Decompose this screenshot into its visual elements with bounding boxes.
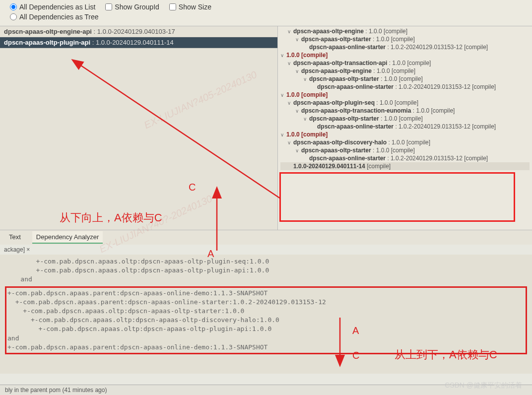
console-line: +-com.pab.dpscn.apaas.oltp:dpscn-apaas-o… — [5, 257, 527, 266]
console-line: +-com.pab.dpscn.apaas.oltp:dpscn-apaas-o… — [7, 307, 525, 316]
tree-node[interactable]: ∨dpscn-apaas-oltp-engine : 1.0.0 [compil… — [280, 67, 530, 75]
console-line: +-com.pab.dpscn.apaas.oltp:dpscn-apaas-o… — [7, 316, 525, 325]
chevron-down-icon[interactable]: ∨ — [303, 76, 309, 82]
radio-all-tree-label: All Dependencies as Tree — [19, 13, 99, 21]
left-dependency-list[interactable]: dpscn-apaas-oltp-engine-api : 1.0.0-2024… — [0, 26, 278, 230]
tree-meta: : 1.0.0 [compile] — [379, 75, 423, 82]
tree-artifact: dpscn-apaas-online-starter — [317, 123, 394, 130]
tree-node[interactable]: dpscn-apaas-online-starter : 1.0.2-20240… — [280, 154, 530, 162]
chevron-down-icon[interactable]: ∨ — [280, 92, 286, 98]
chevron-down-icon[interactable]: ∨ — [287, 61, 293, 66]
artifact-version: : 1.0.0-20240129.040103-17 — [92, 28, 175, 35]
radio-all-tree-input[interactable] — [10, 13, 17, 20]
tree-node[interactable]: ∨dpscn-apaas-oltp-engine : 1.0.0 [compil… — [280, 27, 530, 35]
tree-artifact: dpscn-apaas-oltp-starter — [301, 36, 371, 43]
tree-node[interactable]: ∨dpscn-apaas-oltp-starter : 1.0.0 [compi… — [280, 75, 530, 83]
toolbar: All Dependencies as List Show GroupId Sh… — [0, 0, 532, 26]
dependency-list-item[interactable]: dpscn-apaas-oltp-engine-api : 1.0.0-2024… — [0, 26, 277, 37]
tree-node[interactable]: ∨1.0.0 [compile] — [280, 91, 530, 99]
tree-artifact: dpscn-apaas-oltp-plugin-seq — [293, 99, 375, 106]
chevron-down-icon[interactable]: ∨ — [295, 108, 301, 114]
tree-meta: : 1.0.0 [compile] — [375, 99, 418, 106]
console-output[interactable]: +-com.pab.dpscn.apaas.oltp:dpscn-apaas-o… — [0, 255, 532, 374]
check-groupid-label: Show GroupId — [115, 3, 159, 11]
tree-artifact: dpscn-apaas-oltp-transaction-eunomia — [301, 107, 411, 114]
radio-all-list[interactable]: All Dependencies as List — [10, 3, 95, 11]
tree-meta: : 1.0.0 [compile] — [371, 147, 415, 154]
tree-artifact: dpscn-apaas-oltp-starter — [301, 147, 371, 154]
tab-dependency-analyzer[interactable]: Dependency Analyzer — [32, 231, 103, 244]
tree-node[interactable]: dpscn-apaas-online-starter : 1.0.2-20240… — [280, 43, 530, 51]
tree-artifact: 1.0.0 [compile] — [286, 91, 328, 98]
tree-meta: : 1.0.0 [compile] — [372, 67, 415, 74]
console-line: +-com.pab.dpscn.apaas.parent:dpscn-apaas… — [7, 343, 525, 352]
check-size-label: Show Size — [179, 3, 211, 11]
chevron-down-icon[interactable]: ∨ — [295, 148, 301, 153]
tree-meta: : 1.0.0 [compile] — [387, 139, 430, 146]
tree-artifact: dpscn-apaas-oltp-starter — [309, 115, 379, 122]
radio-all-list-input[interactable] — [10, 3, 17, 10]
check-size-input[interactable] — [169, 3, 176, 10]
tree-node[interactable]: ∨dpscn-apaas-oltp-transaction-api : 1.0.… — [280, 59, 530, 67]
radio-all-tree[interactable]: All Dependencies as Tree — [10, 13, 99, 21]
check-groupid-input[interactable] — [105, 3, 112, 10]
tree-node[interactable]: ∨1.0.0 [compile] — [280, 131, 530, 138]
annotation-red-box-tree — [279, 172, 515, 222]
watermark-csdn: CSDN @健康平安的活着 — [445, 381, 522, 390]
tree-artifact: dpscn-apaas-oltp-engine — [293, 28, 364, 35]
tree-meta: : 1.0.2-20240129.013153-12 [compile] — [386, 155, 488, 162]
tree-meta: : 1.0.0 [compile] — [364, 28, 407, 35]
console-line: +-com.pab.dpscn.apaas.parent:dpscn-apaas… — [7, 298, 525, 307]
tree-meta: : 1.0.0 [compile] — [371, 36, 415, 43]
tree-meta: : 1.0.0 [compile] — [387, 60, 431, 66]
console-line: and — [5, 275, 527, 284]
right-dependency-tree[interactable]: ∨dpscn-apaas-oltp-engine : 1.0.0 [compil… — [278, 26, 532, 230]
tree-node[interactable]: ∨dpscn-apaas-oltp-plugin-seq : 1.0.0 [co… — [280, 99, 530, 107]
chevron-down-icon[interactable]: ∨ — [287, 29, 293, 34]
tab-text[interactable]: Text — [5, 231, 25, 244]
chevron-down-icon[interactable]: ∨ — [303, 116, 309, 122]
tree-node[interactable]: dpscn-apaas-online-starter : 1.0.2-20240… — [280, 83, 530, 91]
tree-artifact: 1.0.0 [compile] — [286, 52, 328, 59]
console-line: +-com.pab.dpscn.apaas.oltp:dpscn-apaas-o… — [7, 325, 525, 333]
tree-node[interactable]: 1.0.0-20240129.040111-14 [compile] — [280, 162, 530, 170]
tree-artifact: dpscn-apaas-online-starter — [309, 44, 386, 51]
artifact-version: : 1.0.0-20240129.040111-14 — [90, 39, 174, 46]
chevron-down-icon[interactable]: ∨ — [295, 68, 301, 74]
check-groupid[interactable]: Show GroupId — [105, 3, 159, 11]
tree-node[interactable]: dpscn-apaas-online-starter : 1.0.2-20240… — [280, 123, 530, 131]
tree-artifact: dpscn-apaas-oltp-engine — [301, 67, 372, 74]
tree-artifact: dpscn-apaas-oltp-transaction-api — [293, 60, 387, 66]
console-line: and — [7, 334, 525, 343]
tree-artifact: 1.0.0 [compile] — [286, 131, 328, 138]
tree-node[interactable]: ∨dpscn-apaas-oltp-transaction-eunomia : … — [280, 107, 530, 115]
bottom-tabs: Text Dependency Analyzer — [0, 230, 532, 245]
tree-meta: [compile] — [365, 163, 391, 170]
tree-artifact: 1.0.0-20240129.040111-14 — [293, 163, 365, 170]
tree-meta: : 1.0.0 [compile] — [411, 107, 455, 114]
chevron-down-icon[interactable]: ∨ — [280, 53, 286, 58]
tree-artifact: dpscn-apaas-oltp-discovery-halo — [293, 139, 387, 146]
tree-node[interactable]: ∨dpscn-apaas-oltp-starter : 1.0.0 [compi… — [280, 146, 530, 154]
console-line: +-com.pab.dpscn.apaas.oltp:dpscn-apaas-o… — [5, 266, 527, 275]
chevron-down-icon[interactable]: ∨ — [280, 132, 286, 137]
tree-artifact: dpscn-apaas-oltp-starter — [309, 75, 379, 82]
tree-artifact: dpscn-apaas-online-starter — [317, 83, 394, 90]
tree-node[interactable]: ∨dpscn-apaas-oltp-discovery-halo : 1.0.0… — [280, 138, 530, 146]
tree-meta: : 1.0.2-20240129.013153-12 [compile] — [394, 123, 496, 130]
console-line: +-com.pab.dpscn.apaas.parent:dpscn-apaas… — [7, 289, 525, 298]
chevron-down-icon[interactable]: ∨ — [295, 37, 301, 42]
tree-node[interactable]: ∨dpscn-apaas-oltp-starter : 1.0.0 [compi… — [280, 115, 530, 123]
package-tab[interactable]: ackage] × — [0, 245, 532, 255]
chevron-down-icon[interactable]: ∨ — [287, 140, 293, 145]
artifact-name: dpscn-apaas-oltp-plugin-api — [4, 39, 90, 46]
tree-node[interactable]: ∨1.0.0 [compile] — [280, 51, 530, 59]
tree-artifact: dpscn-apaas-online-starter — [309, 155, 386, 162]
dependency-list-item[interactable]: dpscn-apaas-oltp-plugin-api : 1.0.0-2024… — [0, 37, 277, 48]
chevron-down-icon[interactable]: ∨ — [287, 100, 293, 106]
check-size[interactable]: Show Size — [169, 3, 211, 11]
tree-node[interactable]: ∨dpscn-apaas-oltp-starter : 1.0.0 [compi… — [280, 35, 530, 43]
tree-meta: : 1.0.2-20240129.013153-12 [compile] — [386, 44, 488, 51]
radio-all-list-label: All Dependencies as List — [19, 3, 95, 11]
annotation-red-box-console: +-com.pab.dpscn.apaas.parent:dpscn-apaas… — [5, 286, 527, 354]
